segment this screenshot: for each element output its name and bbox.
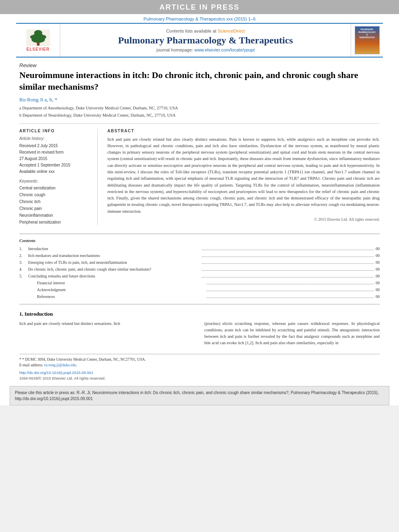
journal-title: Pulmonary Pharmacology & Therapeutics	[118, 35, 293, 46]
contents-page-num: 00	[376, 273, 380, 279]
science-direct-link[interactable]: ScienceDirect	[218, 29, 245, 33]
contents-item: 1.Introduction00	[19, 245, 380, 252]
contents-item-label: References	[37, 293, 205, 300]
article-type-label: Review	[19, 62, 380, 68]
header-box: ELSEVIER Contents lists available at Sci…	[16, 23, 383, 58]
footnote-email-link[interactable]: ru-rong.ji@duke.edu.	[44, 363, 77, 367]
contents-item-label: Itch mediators and transduction mechanis…	[28, 252, 200, 259]
keyword-item: Chronic itch	[19, 198, 92, 205]
abstract-col: ABSTRACT Itch and pain are closely relat…	[107, 129, 380, 226]
available-online: Available online xxx	[19, 168, 92, 175]
intro-title: 1. Introduction	[19, 311, 380, 317]
intro-right-col: (pruritus) elicits scratching response, …	[204, 320, 380, 347]
journal-homepage-line: journal homepage: www.elsevier.com/locat…	[156, 47, 255, 52]
contents-item-label: Do chronic itch, chronic pain, and chron…	[28, 266, 200, 273]
contents-section: Contents 1.Introduction002.Itch mediator…	[19, 234, 380, 304]
abstract-text: Itch and pain are closely related but al…	[107, 136, 380, 215]
contents-dots	[202, 257, 374, 257]
journal-thumbnail: PULMONARYPHARMACOLOGY&THERAPEUTICS	[355, 26, 380, 54]
contents-dots	[202, 277, 374, 277]
journal-ref-text: Pulmonary Pharmacology & Therapeutics xx…	[144, 16, 256, 21]
article-body: Review Neuroimmune interactions in itch:…	[0, 58, 399, 234]
contents-title: Contents	[19, 238, 380, 243]
received-revised-label: Received in revised form	[19, 149, 92, 156]
contents-page-num: 00	[376, 252, 380, 259]
keyword-item: Neuroinflammation	[19, 212, 92, 219]
contents-item: 3.Emerging roles of TLRs in pain, itch, …	[19, 259, 380, 266]
contents-item: 4.Do chronic itch, chronic pain, and chr…	[19, 266, 380, 273]
revised-date: 27 August 2015	[19, 156, 92, 162]
contents-item-label: Introduction	[28, 245, 200, 252]
contents-list: 1.Introduction002.Itch mediators and tra…	[19, 245, 380, 300]
keywords-label: Keywords:	[19, 179, 92, 183]
contents-dots	[202, 263, 374, 264]
footnote-area: * * DUMC 3094, Duke University Medical C…	[19, 354, 380, 368]
contents-page-num: 00	[376, 245, 380, 252]
doi-link: http://dx.doi.org/10.1016/j.pupt.2015.09…	[19, 370, 93, 375]
citation-text: Please cite this article in press as: R.…	[15, 390, 379, 401]
contents-page-num: 00	[376, 279, 380, 286]
accepted-date: Accepted 1 September 2015	[19, 162, 92, 168]
contents-item-num: 1.	[19, 245, 28, 252]
contents-item-label: Financial interest	[37, 279, 205, 286]
contents-item-label: Emerging roles of TLRs in pain, itch, an…	[28, 259, 200, 266]
doi-line[interactable]: http://dx.doi.org/10.1016/j.pupt.2015.09…	[0, 370, 399, 376]
header-center: Contents lists available at ScienceDirec…	[60, 24, 351, 57]
contents-item: 5.Concluding remarks and future directio…	[19, 273, 380, 279]
contents-page-num: 00	[376, 286, 380, 293]
issn-text: 1094-5539/© 2015 Elsevier Ltd. All right…	[19, 376, 106, 380]
contents-item: Financial interest00	[19, 279, 380, 286]
contents-item: 2.Itch mediators and transduction mechan…	[19, 252, 380, 259]
footnote-asterisk: * * DUMC 3094, Duke University Medical C…	[19, 357, 380, 362]
keywords-section: Keywords: Central sensitizationChronic c…	[19, 179, 92, 226]
abstract-heading: ABSTRACT	[107, 129, 380, 133]
contents-item-num: 2.	[19, 252, 28, 259]
article-info-abstract: ARTICLE INFO Article history: Received 2…	[19, 129, 380, 226]
article-info-col: ARTICLE INFO Article history: Received 2…	[19, 129, 98, 226]
contents-dots	[206, 298, 374, 298]
contents-item: Acknowledgment00	[19, 286, 380, 293]
intro-left-col: Itch and pain are closely related but di…	[19, 320, 195, 347]
elsevier-logo-area: ELSEVIER	[16, 24, 60, 57]
contents-page-num: 00	[376, 293, 380, 300]
issn-line: 1094-5539/© 2015 Elsevier Ltd. All right…	[0, 376, 399, 383]
keyword-item: Central sensitization	[19, 185, 92, 191]
elsevier-text: ELSEVIER	[27, 47, 49, 51]
divider-1	[19, 123, 380, 124]
contents-dots	[202, 250, 374, 250]
elsevier-logo: ELSEVIER	[22, 29, 54, 51]
contents-dots	[206, 284, 374, 284]
article-in-press-banner: ARTICLE IN PRESS	[0, 0, 399, 14]
contents-item-num: 4.	[19, 266, 28, 273]
keywords-list: Central sensitizationChronic coughChroni…	[19, 185, 92, 226]
keyword-item: Chronic pain	[19, 205, 92, 212]
contents-item-num: 3.	[19, 259, 28, 266]
contents-item-label: Concluding remarks and future directions	[28, 273, 200, 279]
thumb-text: PULMONARYPHARMACOLOGY&THERAPEUTICS	[358, 28, 376, 39]
contents-item: References00	[19, 293, 380, 300]
contents-dots	[202, 270, 374, 271]
journal-ref-line: Pulmonary Pharmacology & Therapeutics xx…	[0, 14, 399, 23]
svg-rect-4	[37, 42, 39, 45]
received-date: Received 2 July 2015	[19, 143, 92, 149]
banner-text: ARTICLE IN PRESS	[159, 3, 239, 11]
affiliation-a: a Department of Anesthesiology, Duke Uni…	[19, 105, 380, 111]
intro-left-text: Itch and pain are closely related but di…	[19, 320, 195, 327]
journal-homepage-link[interactable]: www.elsevier.com/locate/ypupt	[194, 47, 255, 52]
contents-page-num: 00	[376, 259, 380, 266]
keyword-item: Chronic cough	[19, 191, 92, 198]
intro-text-columns: Itch and pain are closely related but di…	[19, 320, 380, 347]
article-dates: Received 2 July 2015 Received in revised…	[19, 143, 92, 175]
intro-right-text: (pruritus) elicits scratching response, …	[204, 320, 380, 347]
elsevier-tree-icon	[24, 29, 52, 46]
science-direct-line: Contents lists available at ScienceDirec…	[166, 29, 245, 33]
copyright-line: © 2015 Elsevier Ltd. All rights reserved…	[107, 217, 380, 222]
citation-bar: Please cite this article in press as: R.…	[10, 386, 389, 405]
contents-page-num: 00	[376, 266, 380, 273]
footnote-email: E-mail address: ru-rong.ji@duke.edu.	[19, 362, 380, 368]
article-info-heading: ARTICLE INFO	[19, 129, 92, 133]
keyword-item: Peripheral sensitization	[19, 219, 92, 226]
authors: Ru-Rong Ji a, b, *	[19, 97, 380, 103]
intro-section: 1. Introduction Itch and pain are closel…	[0, 304, 399, 351]
contents-item-num: 5.	[19, 273, 28, 279]
